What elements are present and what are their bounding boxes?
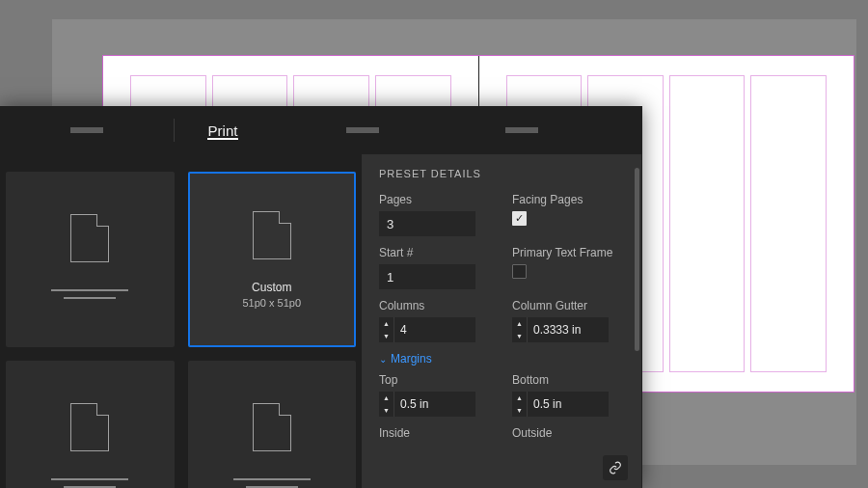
tab-placeholder-icon — [505, 127, 538, 133]
tab-slot-1[interactable] — [0, 127, 174, 133]
margin-bottom-label: Bottom — [512, 373, 624, 387]
preset-placeholder-lines — [51, 284, 128, 305]
preset-card[interactable] — [188, 361, 357, 488]
margin-outside-label: Outside — [512, 426, 624, 440]
preset-title: Custom — [252, 281, 291, 294]
start-page-label: Start # — [379, 246, 491, 259]
tab-slot-4[interactable] — [454, 127, 589, 133]
tab-print-label: Print — [208, 122, 238, 139]
chevron-down-icon[interactable]: ▼ — [512, 404, 527, 417]
new-document-dialog: Print Custom 51p0 x 51p0 — [0, 106, 642, 488]
facing-pages-label: Facing Pages — [512, 193, 624, 206]
margin-bottom-stepper[interactable]: ▲▼ 0.5 in — [512, 392, 609, 417]
pages-label: Pages — [379, 193, 491, 206]
columns-label: Columns — [379, 299, 491, 312]
tab-print[interactable]: Print — [175, 122, 271, 139]
margin-top-stepper[interactable]: ▲▼ 0.5 in — [379, 392, 475, 417]
margin-top-label: Top — [379, 373, 491, 387]
tab-active-underline — [207, 138, 238, 140]
column-gutter-stepper[interactable]: ▲▼ 0.3333 in — [512, 317, 609, 342]
chevron-up-icon[interactable]: ▲ — [512, 392, 527, 404]
document-icon — [253, 403, 291, 451]
tab-placeholder-icon — [70, 127, 103, 133]
chevron-up-icon[interactable]: ▲ — [379, 317, 393, 330]
column-gutter-value: 0.3333 in — [528, 317, 609, 342]
scrollbar-thumb[interactable] — [635, 168, 639, 351]
link-margins-button[interactable] — [603, 455, 628, 480]
preset-card[interactable] — [6, 172, 175, 347]
column-gutter-label: Column Gutter — [512, 299, 624, 312]
tab-placeholder-icon — [346, 127, 379, 133]
margin-bottom-value: 0.5 in — [528, 392, 609, 417]
pages-input[interactable] — [379, 211, 475, 236]
margins-heading: Margins — [391, 352, 432, 366]
preset-placeholder-lines — [233, 473, 311, 488]
chevron-down-icon[interactable]: ▼ — [379, 404, 393, 417]
preset-placeholder-lines — [51, 473, 128, 488]
facing-pages-checkbox[interactable]: ✓ — [512, 211, 527, 226]
preset-details-panel: PRESET DETAILS Pages Facing Pages ✓ Star… — [362, 154, 642, 488]
chevron-down-icon: ⌄ — [379, 354, 387, 365]
margins-collapser[interactable]: ⌄ Margins — [379, 352, 624, 366]
preset-card[interactable] — [6, 361, 175, 488]
primary-text-frame-label: Primary Text Frame — [512, 246, 624, 259]
start-page-input[interactable] — [379, 264, 475, 289]
document-icon — [70, 214, 109, 262]
link-icon — [609, 461, 622, 474]
preset-grid: Custom 51p0 x 51p0 — [0, 154, 362, 488]
margin-top-value: 0.5 in — [394, 392, 475, 417]
details-scrollbar[interactable] — [635, 168, 639, 474]
primary-text-frame-checkbox[interactable] — [512, 264, 527, 279]
document-icon — [253, 211, 291, 259]
document-icon — [70, 403, 109, 451]
chevron-up-icon[interactable]: ▲ — [379, 392, 393, 404]
chevron-down-icon[interactable]: ▼ — [379, 330, 393, 342]
preset-card-custom[interactable]: Custom 51p0 x 51p0 — [188, 172, 357, 347]
chevron-up-icon[interactable]: ▲ — [512, 317, 527, 330]
tab-slot-3[interactable] — [271, 127, 454, 133]
margin-inside-label: Inside — [379, 426, 491, 440]
preset-dimensions: 51p0 x 51p0 — [242, 297, 301, 309]
columns-value: 4 — [394, 317, 475, 342]
chevron-down-icon[interactable]: ▼ — [512, 330, 527, 342]
check-icon: ✓ — [515, 213, 524, 224]
category-tabs: Print — [0, 106, 642, 154]
preset-details-heading: PRESET DETAILS — [379, 168, 624, 179]
columns-stepper[interactable]: ▲▼ 4 — [379, 317, 475, 342]
